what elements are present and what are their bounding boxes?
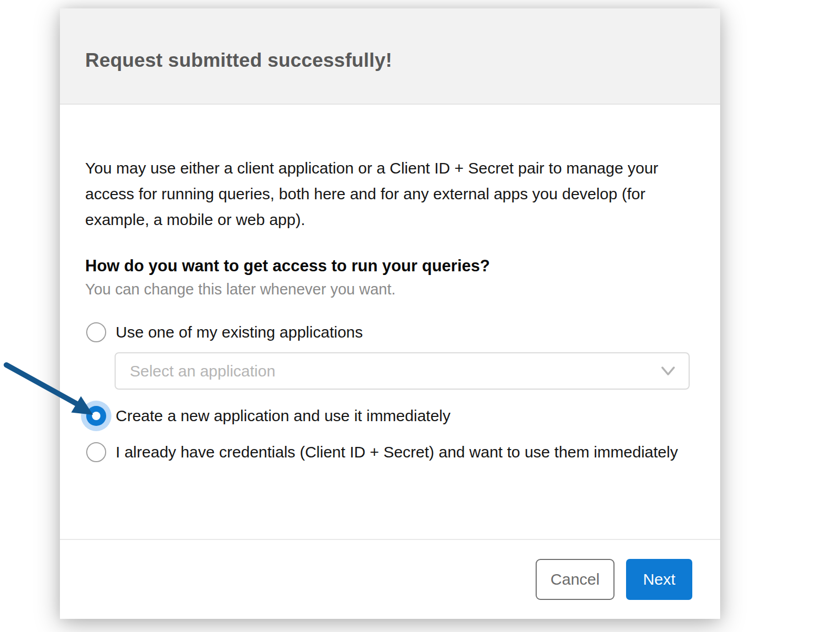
radio-option-existing-application[interactable]: Use one of my existing applications	[85, 322, 691, 342]
radio-option-existing-credentials[interactable]: I already have credentials (Client ID + …	[85, 442, 691, 462]
chevron-down-icon	[661, 366, 675, 376]
application-select-placeholder: Select an application	[130, 362, 661, 380]
intro-paragraph: You may use either a client application …	[85, 155, 677, 232]
request-submitted-dialog: Request submitted successfully! You may …	[60, 8, 720, 619]
radio-option-label[interactable]: I already have credentials (Client ID + …	[116, 443, 678, 461]
radio-option-label[interactable]: Use one of my existing applications	[116, 323, 363, 341]
access-question-hint: You can change this later whenever you w…	[85, 281, 691, 298]
cancel-button[interactable]: Cancel	[536, 559, 614, 600]
radio-button-icon[interactable]	[86, 322, 106, 342]
dialog-header: Request submitted successfully!	[60, 8, 720, 105]
radio-button-icon[interactable]	[86, 442, 106, 462]
radio-option-label[interactable]: Create a new application and use it imme…	[116, 407, 450, 425]
next-button[interactable]: Next	[626, 559, 692, 600]
access-question-heading: How do you want to get access to run you…	[85, 257, 691, 276]
radio-option-create-new-application[interactable]: Create a new application and use it imme…	[85, 406, 691, 426]
dialog-footer: Cancel Next	[60, 539, 720, 619]
dialog-title: Request submitted successfully!	[85, 49, 695, 72]
application-select-dropdown[interactable]: Select an application	[115, 352, 690, 390]
dialog-body: You may use either a client application …	[60, 105, 720, 539]
radio-button-selected-icon[interactable]	[86, 406, 106, 426]
